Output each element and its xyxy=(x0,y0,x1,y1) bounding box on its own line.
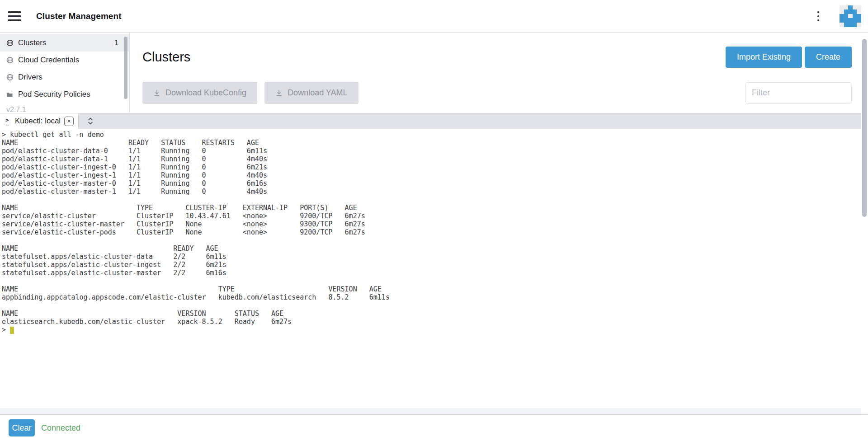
sidebar-item-cloud-credentials[interactable]: Cloud Credentials xyxy=(0,52,129,69)
terminal-tab-bar: >_ Kubectl: local × xyxy=(0,113,861,129)
folder-icon xyxy=(6,91,14,98)
sidebar-item-label: Pod Security Policies xyxy=(18,90,90,99)
create-button[interactable]: Create xyxy=(805,47,852,68)
terminal-icon: >_ xyxy=(5,117,11,126)
download-yaml-label: Download YAML xyxy=(288,88,347,98)
connection-status: Connected xyxy=(41,423,80,433)
close-icon[interactable]: × xyxy=(64,117,74,126)
globe-icon xyxy=(6,56,14,64)
terminal-status-bar: Clear Connected xyxy=(0,414,868,441)
terminal-bottom-strip xyxy=(0,408,861,414)
terminal-prompt: > xyxy=(2,326,10,334)
sidebar-scrollbar[interactable] xyxy=(124,37,127,99)
page-title: Clusters xyxy=(142,50,190,65)
menu-icon[interactable] xyxy=(8,11,21,21)
terminal-output-area[interactable]: > kubectl get all -n demo NAME READY STA… xyxy=(0,129,861,408)
terminal-tab-label: Kubectl: local xyxy=(15,117,61,126)
app-title: Cluster Management xyxy=(36,11,122,21)
clear-button[interactable]: Clear xyxy=(9,419,35,436)
terminal-cursor xyxy=(10,327,14,334)
sidebar-item-pod-security-policies[interactable]: Pod Security Policies xyxy=(0,86,129,103)
page-scrollbar-track xyxy=(861,33,868,414)
sidebar-item-label: Clusters xyxy=(18,38,46,47)
top-bar: Cluster Management xyxy=(0,0,868,33)
kubectl-terminal-drawer: >_ Kubectl: local × > kubectl get all -n… xyxy=(0,113,861,414)
sidebar-item-drivers[interactable]: Drivers xyxy=(0,69,129,86)
download-kubeconfig-label: Download KubeConfig xyxy=(165,88,246,98)
import-existing-button[interactable]: Import Existing xyxy=(726,47,802,68)
globe-icon xyxy=(6,39,14,47)
filter-input[interactable] xyxy=(745,82,852,104)
download-yaml-button[interactable]: Download YAML xyxy=(264,82,358,104)
page-scrollbar[interactable] xyxy=(862,39,867,217)
main-content: Clusters Import Existing Create Download… xyxy=(130,33,861,113)
download-icon xyxy=(153,89,160,97)
globe-icon xyxy=(6,74,14,81)
sidebar-item-label: Drivers xyxy=(18,73,42,82)
avatar[interactable] xyxy=(840,5,861,27)
sidebar-item-label: Cloud Credentials xyxy=(18,56,79,65)
count-badge: 1 xyxy=(114,39,118,47)
download-kubeconfig-button[interactable]: Download KubeConfig xyxy=(142,82,257,104)
chevron-up-down-icon[interactable] xyxy=(85,113,96,129)
tab-kubectl-local[interactable]: >_ Kubectl: local × xyxy=(0,113,79,129)
terminal-output: > kubectl get all -n demo NAME READY STA… xyxy=(2,131,861,326)
kebab-menu-icon[interactable] xyxy=(812,9,824,23)
sidebar-item-clusters[interactable]: Clusters 1 xyxy=(0,34,129,52)
terminal-prompt-line: > xyxy=(2,326,861,334)
download-icon xyxy=(275,89,283,97)
